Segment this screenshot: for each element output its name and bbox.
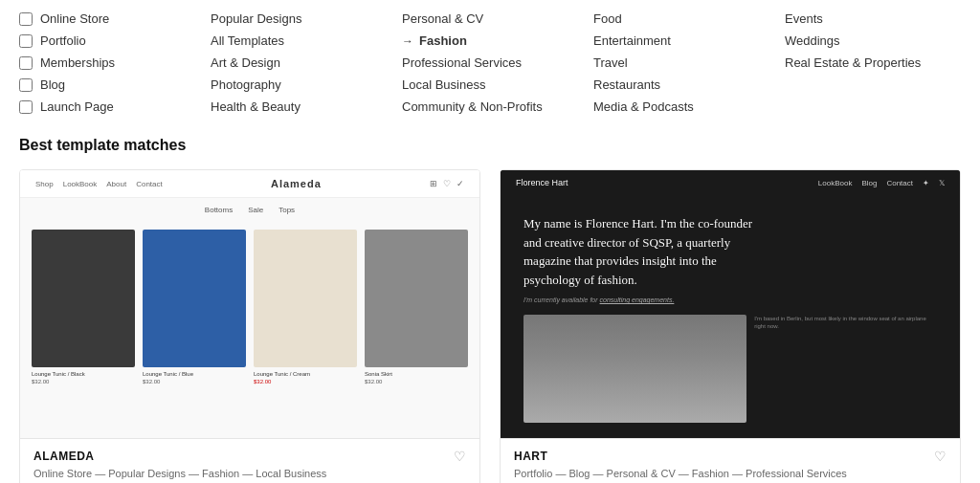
- product-name-grey: Sonia Skirt: [365, 371, 468, 377]
- nav-item-portfolio[interactable]: Portfolio: [19, 33, 195, 48]
- product-image-blue: [143, 230, 246, 367]
- nav-item-travel[interactable]: Travel: [593, 55, 769, 70]
- hart-favorite-button[interactable]: ♡: [934, 449, 947, 464]
- product-image-grey: [365, 230, 468, 367]
- hart-preview: Florence Hart LookBook Blog Contact ✦ 𝕏 …: [501, 170, 960, 438]
- nav-item-events[interactable]: Events: [785, 11, 961, 26]
- alameda-nav-links: Shop LookBook About Contact: [35, 180, 163, 188]
- alameda-nav: Shop LookBook About Contact Alameda ⊞ ♡ …: [20, 170, 479, 198]
- product-item-blue: Lounge Tunic / Blue $32.00: [143, 230, 246, 430]
- alameda-link-contact: Contact: [136, 180, 163, 188]
- nav-label-food: Food: [593, 11, 622, 26]
- nav-item-all-templates[interactable]: All Templates: [211, 33, 387, 48]
- nav-item-fashion[interactable]: → Fashion: [402, 33, 578, 48]
- section-title: Best template matches: [19, 137, 961, 154]
- filter-bottoms: Bottoms: [205, 206, 233, 214]
- hart-link-blog: Blog: [861, 179, 877, 187]
- nav-item-weddings[interactable]: Weddings: [785, 33, 961, 48]
- hart-nav-links: LookBook Blog Contact ✦ 𝕏: [818, 179, 945, 187]
- nav-col-designs: Popular Designs All Templates Art & Desi…: [211, 11, 387, 114]
- nav-menu: Online Store Portfolio Memberships Blog …: [19, 11, 961, 114]
- product-name-cream: Lounge Tunic / Cream: [254, 371, 357, 377]
- filter-tops: Tops: [278, 206, 295, 214]
- nav-item-launch-page[interactable]: Launch Page: [19, 99, 195, 114]
- nav-item-photography[interactable]: Photography: [211, 77, 387, 92]
- template-card-hart[interactable]: Florence Hart LookBook Blog Contact ✦ 𝕏 …: [500, 169, 961, 483]
- nav-label-entertainment: Entertainment: [593, 33, 671, 48]
- product-item-black: Lounge Tunic / Black $32.00: [32, 230, 135, 430]
- hart-logo: Florence Hart: [516, 178, 568, 187]
- alameda-footer: ALAMEDA ♡ Online Store — Popular Designs…: [20, 438, 479, 483]
- nav-label-popular-designs: Popular Designs: [211, 11, 301, 26]
- product-image-cream: [254, 230, 357, 367]
- checkbox-portfolio[interactable]: [19, 34, 33, 48]
- nav-item-professional-services[interactable]: Professional Services: [402, 55, 578, 70]
- nav-item-personal-cv[interactable]: Personal & CV: [402, 11, 578, 26]
- nav-item-restaurants[interactable]: Restaurants: [593, 77, 769, 92]
- alameda-products: Lounge Tunic / Black $32.00 Lounge Tunic…: [20, 222, 479, 438]
- alameda-tags: Online Store — Popular Designs — Fashion…: [33, 468, 466, 479]
- hart-social-icon: ✦: [923, 179, 929, 187]
- hart-footer-top: HART ♡: [514, 449, 947, 464]
- nav-label-memberships: Memberships: [40, 55, 115, 70]
- templates-grid: Shop LookBook About Contact Alameda ⊞ ♡ …: [19, 169, 961, 483]
- checkbox-blog[interactable]: [19, 78, 33, 92]
- nav-item-media-podcasts[interactable]: Media & Podcasts: [593, 99, 769, 114]
- nav-label-real-estate: Real Estate & Properties: [785, 55, 921, 70]
- checkbox-launch-page[interactable]: [19, 100, 33, 114]
- product-price-grey: $32.00: [365, 379, 468, 384]
- nav-label-professional-services: Professional Services: [402, 55, 522, 70]
- product-price-blue: $32.00: [143, 379, 246, 384]
- alameda-logo: Alameda: [271, 178, 322, 189]
- nav-item-online-store[interactable]: Online Store: [19, 11, 195, 26]
- nav-item-memberships[interactable]: Memberships: [19, 55, 195, 70]
- product-item-grey: Sonia Skirt $32.00: [365, 230, 468, 430]
- hart-subtext: I'm currently available for consulting e…: [523, 296, 937, 303]
- hart-nav: Florence Hart LookBook Blog Contact ✦ 𝕏: [501, 170, 960, 195]
- nav-item-art-design[interactable]: Art & Design: [211, 55, 387, 70]
- alameda-link-lookbook: LookBook: [63, 180, 98, 188]
- hart-main-image: [523, 315, 746, 423]
- product-item-cream: Lounge Tunic / Cream $32.00: [254, 230, 357, 430]
- nav-col-events: Events Weddings Real Estate & Properties: [785, 11, 961, 114]
- nav-item-entertainment[interactable]: Entertainment: [593, 33, 769, 48]
- nav-item-local-business[interactable]: Local Business: [402, 77, 578, 92]
- nav-col-food: Food Entertainment Travel Restaurants Me…: [593, 11, 769, 114]
- alameda-nav-icons: ⊞ ♡ ✓: [430, 179, 464, 188]
- nav-col-personal: Personal & CV → Fashion Professional Ser…: [402, 11, 578, 114]
- alameda-name: ALAMEDA: [33, 450, 95, 463]
- nav-item-real-estate[interactable]: Real Estate & Properties: [785, 55, 961, 70]
- heart-nav-icon: ♡: [443, 179, 451, 188]
- product-name-black: Lounge Tunic / Black: [32, 371, 135, 377]
- nav-item-health-beauty[interactable]: Health & Beauty: [211, 99, 387, 114]
- nav-label-restaurants: Restaurants: [593, 77, 660, 92]
- alameda-favorite-button[interactable]: ♡: [454, 449, 466, 464]
- nav-label-local-business: Local Business: [402, 77, 485, 92]
- hart-side-content: I'm based in Berlin, but most likely in …: [754, 315, 937, 423]
- checkbox-memberships[interactable]: [19, 56, 33, 70]
- hart-link-contact: Contact: [886, 179, 913, 187]
- nav-label-weddings: Weddings: [785, 33, 840, 48]
- hart-caption: I'm based in Berlin, but most likely in …: [754, 315, 937, 331]
- hart-heading: My name is Florence Hart. I'm the co-fou…: [523, 214, 772, 289]
- nav-item-food[interactable]: Food: [593, 11, 769, 26]
- hart-content: My name is Florence Hart. I'm the co-fou…: [501, 195, 960, 438]
- alameda-footer-top: ALAMEDA ♡: [33, 449, 466, 464]
- nav-col-types: Online Store Portfolio Memberships Blog …: [19, 11, 195, 114]
- nav-item-popular-designs[interactable]: Popular Designs: [211, 11, 387, 26]
- checkbox-online-store[interactable]: [19, 12, 33, 26]
- nav-label-photography: Photography: [211, 77, 281, 92]
- hart-twitter-icon: 𝕏: [939, 179, 945, 187]
- nav-item-community[interactable]: Community & Non-Profits: [402, 99, 578, 114]
- alameda-link-about: About: [106, 180, 126, 188]
- nav-label-portfolio: Portfolio: [40, 33, 86, 48]
- nav-label-community: Community & Non-Profits: [402, 99, 543, 114]
- grid-icon: ⊞: [430, 179, 437, 188]
- nav-label-health-beauty: Health & Beauty: [211, 99, 301, 114]
- template-card-alameda[interactable]: Shop LookBook About Contact Alameda ⊞ ♡ …: [19, 169, 480, 483]
- nav-label-all-templates: All Templates: [211, 33, 284, 48]
- hart-image-area: I'm based in Berlin, but most likely in …: [523, 315, 937, 423]
- hart-tags: Portfolio — Blog — Personal & CV — Fashi…: [514, 468, 947, 479]
- nav-item-blog[interactable]: Blog: [19, 77, 195, 92]
- nav-label-online-store: Online Store: [40, 11, 109, 26]
